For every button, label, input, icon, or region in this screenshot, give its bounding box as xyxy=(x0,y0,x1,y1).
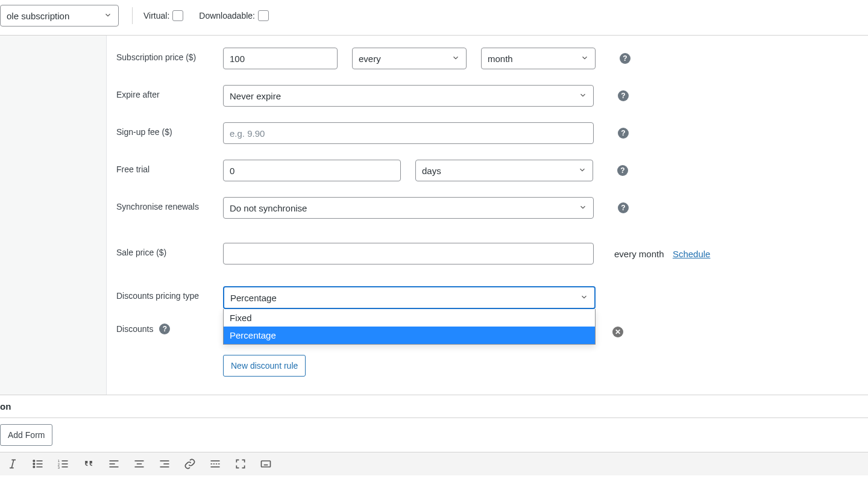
chevron-down-icon xyxy=(579,91,587,101)
schedule-link[interactable]: Schedule xyxy=(673,249,711,259)
sale-price-row: Sale price ($) every month Schedule xyxy=(116,243,858,264)
virtual-checkbox[interactable] xyxy=(172,10,183,21)
free-trial-input[interactable]: 0 xyxy=(223,160,401,181)
help-icon[interactable]: ? xyxy=(618,90,629,101)
chevron-down-icon xyxy=(579,203,587,213)
numbered-list-icon[interactable]: 123 xyxy=(57,457,70,471)
product-type-select[interactable]: ole subscription xyxy=(0,5,119,27)
expire-after-select[interactable]: Never expire xyxy=(223,85,594,107)
bullet-list-icon[interactable] xyxy=(31,457,45,471)
quote-icon[interactable] xyxy=(82,457,95,471)
discount-type-row: Discounts pricing type Percentage Fixed … xyxy=(116,286,858,309)
expire-after-row: Expire after Never expire ? xyxy=(116,85,858,107)
billing-frequency-select[interactable]: every xyxy=(352,48,467,69)
help-icon[interactable]: ? xyxy=(159,324,170,334)
help-icon[interactable]: ? xyxy=(620,53,631,64)
description-panel-title: on xyxy=(0,395,868,418)
main-panel: Subscription price ($) 100 every month ?… xyxy=(0,36,868,395)
free-trial-label: Free trial xyxy=(116,160,223,174)
discount-type-label: Discounts pricing type xyxy=(116,286,223,301)
new-discount-row: New discount rule xyxy=(223,355,858,377)
help-icon[interactable]: ? xyxy=(618,128,629,139)
sync-renewals-row: Synchronise renewals Do not synchronise … xyxy=(116,197,858,219)
discount-type-dropdown: Fixed Percentage xyxy=(223,309,596,345)
fullscreen-icon[interactable] xyxy=(234,457,247,471)
discount-type-option-percentage[interactable]: Percentage xyxy=(224,327,595,344)
subscription-price-input[interactable]: 100 xyxy=(223,48,338,69)
align-center-icon[interactable] xyxy=(133,457,146,471)
chevron-down-icon xyxy=(451,54,460,64)
divider xyxy=(132,7,133,24)
free-trial-unit-select[interactable]: days xyxy=(415,160,593,181)
remove-discount-icon[interactable]: ✕ xyxy=(612,327,623,337)
sale-price-label: Sale price ($) xyxy=(116,243,223,257)
virtual-label: Virtual: xyxy=(143,10,183,21)
discounts-label: Discounts ? xyxy=(116,321,223,334)
help-icon[interactable]: ? xyxy=(618,202,629,213)
insert-more-icon[interactable] xyxy=(209,457,222,471)
sync-renewals-label: Synchronise renewals xyxy=(116,197,223,211)
editor-toolbar: 123 xyxy=(0,452,868,475)
svg-point-5 xyxy=(33,466,35,468)
chevron-down-icon xyxy=(578,166,587,176)
sidebar xyxy=(0,36,107,395)
svg-rect-27 xyxy=(262,461,271,467)
add-form-button[interactable]: Add Form xyxy=(0,424,52,446)
subscription-price-label: Subscription price ($) xyxy=(116,48,223,62)
signup-fee-row: Sign-up fee ($) e.g. 9.90 ? xyxy=(116,122,858,144)
free-trial-row: Free trial 0 days ? xyxy=(116,160,858,181)
svg-text:3: 3 xyxy=(58,466,60,469)
downloadable-checkbox[interactable] xyxy=(258,10,269,21)
expire-after-label: Expire after xyxy=(116,85,223,99)
chevron-down-icon xyxy=(104,11,112,21)
signup-fee-label: Sign-up fee ($) xyxy=(116,122,223,137)
svg-line-0 xyxy=(11,460,13,468)
help-icon[interactable]: ? xyxy=(617,165,628,176)
subscription-price-row: Subscription price ($) 100 every month ? xyxy=(116,48,858,69)
link-icon[interactable] xyxy=(183,457,197,471)
new-discount-rule-button[interactable]: New discount rule xyxy=(223,355,306,377)
svg-point-4 xyxy=(33,463,35,465)
italic-icon[interactable] xyxy=(6,457,19,471)
chevron-down-icon xyxy=(580,54,589,64)
downloadable-label: Downloadable: xyxy=(199,10,269,21)
form-panel: Subscription price ($) 100 every month ?… xyxy=(107,36,868,395)
keyboard-icon[interactable] xyxy=(259,457,272,471)
sale-price-suffix: every month Schedule xyxy=(614,249,710,259)
svg-point-3 xyxy=(33,460,35,462)
sync-renewals-select[interactable]: Do not synchronise xyxy=(223,197,594,219)
sale-price-input[interactable] xyxy=(223,243,594,264)
chevron-down-icon xyxy=(580,293,588,303)
description-panel: on Add Form 123 xyxy=(0,395,868,475)
align-left-icon[interactable] xyxy=(107,457,121,471)
align-right-icon[interactable] xyxy=(158,457,171,471)
discount-type-select[interactable]: Percentage Fixed Percentage xyxy=(223,286,596,309)
discount-type-option-fixed[interactable]: Fixed xyxy=(224,309,595,327)
signup-fee-input[interactable]: e.g. 9.90 xyxy=(223,122,594,144)
billing-period-select[interactable]: month xyxy=(481,48,596,69)
product-type-bar: ole subscription Virtual: Downloadable: xyxy=(0,0,868,36)
product-type-value: ole subscription xyxy=(7,11,69,21)
